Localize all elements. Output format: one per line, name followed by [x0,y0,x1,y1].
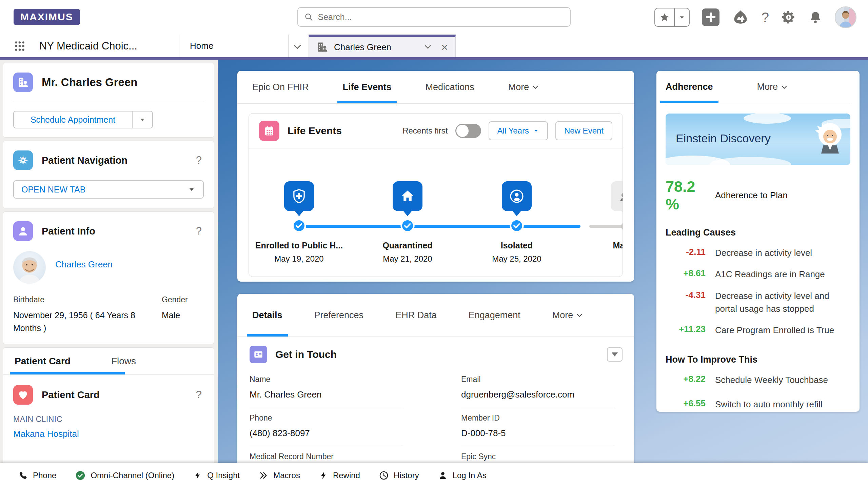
utility-history[interactable]: History [379,471,419,480]
cause-value: +8.61 [666,268,706,281]
schedule-appointment-label[interactable]: Schedule Appointment [13,111,132,128]
improvement-text: Switch to auto monthly refill [715,398,822,411]
app-name[interactable]: NY Medicaid Choic... [39,35,137,57]
tab-overflow-chevron-icon[interactable] [292,42,302,52]
global-search[interactable] [297,7,571,27]
tab-charles-green-label: Charles Green [334,42,418,53]
schedule-appointment-dropdown[interactable] [132,111,153,128]
event-title: Quarantined [352,241,463,250]
favorites-button[interactable] [654,8,690,27]
event-marker[interactable] [502,181,532,211]
lightning-icon [193,471,202,480]
chevron-down-icon [532,83,539,91]
adherence-score-unit: % [666,196,706,213]
favorites-dropdown-icon[interactable] [674,8,689,26]
tab-charles-green[interactable]: Charles Green × [309,35,456,57]
tab-more[interactable]: More [508,71,539,103]
tab-more-label: More [508,82,529,93]
improvement-value: +6.55 [666,398,706,411]
field-value: D-000-78-5 [461,428,615,439]
patient-name: Mr. Charles Green [42,76,137,89]
cause-value: +11.23 [666,324,706,337]
utility-label: Phone [33,471,56,480]
trailhead-icon[interactable] [732,8,749,26]
improvement-text: Schedule Weekly Touchbase [715,374,828,387]
tab-ehr-data[interactable]: EHR Data [395,294,437,337]
tab-details[interactable]: Details [252,294,282,337]
cause-text: Care Program Enrolled is True [715,324,834,337]
improvement-row: +6.55 Switch to auto monthly refill [666,398,850,411]
cause-text: Decrease in activity level and portal us… [715,290,850,315]
global-header: MAXIMUS ? [0,0,868,35]
chevron-down-icon [576,311,583,319]
event-marker[interactable] [284,181,314,211]
tab-adherence[interactable]: Adherence [666,71,713,103]
event-title: Enrolled to Public H... [249,241,355,250]
field-label: Medical Record Number [250,452,403,461]
help-icon[interactable]: ? [762,10,769,25]
field-epic-sync: Epic Sync [461,452,615,463]
phone-link[interactable]: (480) 823-8097 [250,428,403,439]
event-marker-pending[interactable] [611,181,623,211]
utility-omni-channel[interactable]: Omni-Channel (Online) [75,470,174,481]
field-label: Email [461,375,615,384]
event-title: Marria [570,241,623,250]
gender-value: Male [162,309,204,322]
setup-gear-icon[interactable] [781,10,796,25]
all-years-filter-button[interactable]: All Years [489,121,548,140]
patient-navigation-title: Patient Navigation [42,155,127,166]
chevron-down-icon [188,185,196,194]
tab-flows[interactable]: Flows [111,348,136,374]
tab-medications[interactable]: Medications [426,71,474,103]
clock-icon [379,471,389,480]
tab-patient-card[interactable]: Patient Card [15,348,71,374]
event-marker[interactable] [393,181,422,211]
tab-home[interactable]: Home [190,35,213,57]
tab-epic-on-fhir[interactable]: Epic On FHIR [252,71,309,103]
check-circle-icon [509,218,524,233]
tab-more[interactable]: More [552,294,584,337]
timeline-line-pending [589,225,623,228]
user-avatar[interactable] [835,6,856,28]
clinic-link[interactable]: Makana Hospital [13,429,204,439]
cause-row: -2.11 Decrease in activity level [666,247,850,260]
calendar-icon [259,121,279,141]
tab-life-events[interactable]: Life Events [343,71,392,103]
adherence-score-value: 78.2 [666,178,706,196]
global-add-icon[interactable] [702,8,719,26]
birthdate-label: Birthdate [13,295,162,304]
nav-divider [288,35,289,57]
people-icon [617,188,623,205]
tab-actions-chevron-icon[interactable] [423,43,432,52]
tab-close-icon[interactable]: × [441,41,448,53]
schedule-appointment-button[interactable]: Schedule Appointment [13,111,153,128]
email-link[interactable]: dgruenberg@salesforce.com [461,389,615,400]
utility-macros[interactable]: Macros [259,471,300,480]
tab-engagement[interactable]: Engagement [469,294,520,337]
notifications-bell-icon[interactable] [808,10,823,24]
cause-value: -4.31 [666,290,706,315]
patient-record-icon [316,41,329,53]
chevron-down-icon [533,128,539,134]
star-icon[interactable] [655,8,674,26]
tab-more[interactable]: More [757,71,788,103]
help-icon[interactable]: ? [196,225,202,237]
help-icon[interactable]: ? [196,154,202,166]
new-event-button[interactable]: New Event [555,121,612,140]
tab-preferences[interactable]: Preferences [314,294,364,337]
patient-name-link[interactable]: Charles Green [55,259,113,270]
user-icon [13,221,33,241]
search-input[interactable] [318,12,564,22]
utility-bar: Phone Omni-Channel (Online) Q Insight Ma… [0,463,868,488]
heart-icon [13,385,33,405]
app-launcher-icon[interactable] [14,41,25,52]
patient-navigation-select[interactable]: OPEN NEW TAB [13,180,204,199]
utility-q-insight[interactable]: Q Insight [193,471,240,480]
utility-log-in-as[interactable]: Log In As [438,471,487,480]
utility-rewind[interactable]: Rewind [319,471,360,480]
collapse-section-button[interactable] [607,347,623,362]
utility-phone[interactable]: Phone [18,471,56,480]
recents-first-toggle[interactable] [455,124,481,138]
help-icon[interactable]: ? [196,389,202,401]
event-date: May 25, 2020 [461,254,573,264]
